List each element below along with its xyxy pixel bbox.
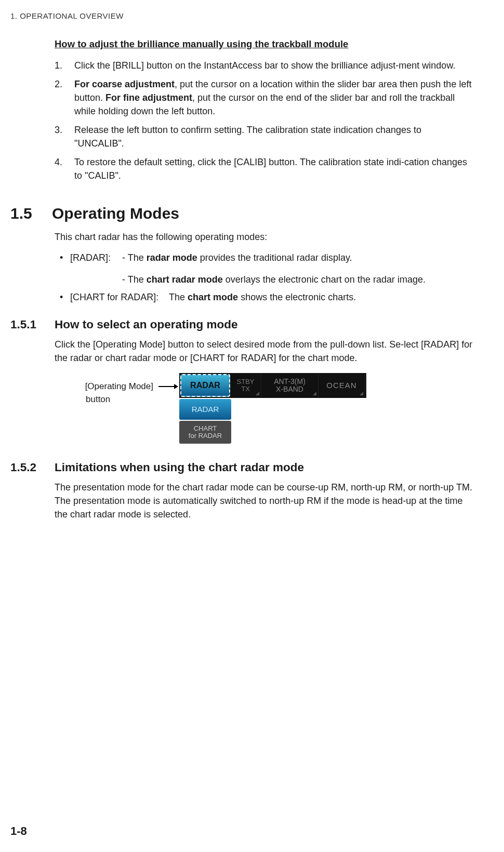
subsection-1-5-1-num: 1.5.1 <box>10 316 55 334</box>
corner-icon <box>360 392 363 395</box>
antenna-l2: X-BAND <box>276 385 303 393</box>
operating-mode-button[interactable]: RADAR <box>180 374 230 397</box>
dd-chart-l1: CHART <box>194 425 217 432</box>
mode-radar-label: [RADAR]: <box>70 251 120 264</box>
figure-caption-l1: [Operating Mode] <box>85 381 153 391</box>
top-bar: RADAR STBY TX ANT-3(M) X-BAND OCEAN <box>179 373 366 398</box>
mode-radar-l2-pre: - The <box>122 274 147 285</box>
step-2-bold-1: For coarse adjustment <box>74 79 175 89</box>
mode-radar-l2-bold: chart radar mode <box>147 274 223 285</box>
page-header: 1. OPERATIONAL OVERVIEW <box>10 10 473 22</box>
mode-list: [RADAR]: - The radar mode provides the t… <box>60 251 473 264</box>
corner-icon <box>256 392 259 395</box>
operating-mode-figure: [Operating Mode] button RADAR STBY TX AN… <box>55 373 473 445</box>
corner-icon <box>313 392 316 395</box>
mode-chart: [CHART for RADAR]: The chart mode shows … <box>60 290 473 304</box>
step-3: Release the left button to confirm setti… <box>55 123 473 150</box>
antenna-l1: ANT-3(M) <box>274 378 306 385</box>
tx-label: TX <box>241 385 250 393</box>
section-number: 1.5 <box>10 202 52 225</box>
dd-chart-l2: for RADAR <box>189 432 222 440</box>
instruction-list: Click the [BRILL] button on the InstantA… <box>55 59 473 183</box>
mode-radar-l1-post: provides the traditional radar display. <box>197 252 352 263</box>
mode-chart-pre: The <box>169 292 188 302</box>
sub-heading: How to adjust the brilliance manually us… <box>55 37 473 51</box>
dropdown-item-chart[interactable]: CHART for RADAR <box>179 421 231 444</box>
svg-marker-1 <box>174 384 178 389</box>
sub-1-5-1-body: Click the [Operating Mode] button to sel… <box>55 338 473 365</box>
antenna-cell[interactable]: ANT-3(M) X-BAND <box>261 374 319 397</box>
section-title-text: Operating Modes <box>52 205 179 222</box>
mode-chart-bold: chart mode <box>188 292 238 302</box>
step-4: To restore the default setting, click th… <box>55 155 473 182</box>
operating-mode-dropdown: RADAR CHART for RADAR <box>179 399 231 444</box>
stby-label: STBY <box>237 378 255 385</box>
stby-tx-cell[interactable]: STBY TX <box>230 374 261 397</box>
dropdown-item-radar[interactable]: RADAR <box>179 399 231 420</box>
mode-radar-line2: - The chart radar mode overlays the elec… <box>122 273 473 286</box>
mode-radar-l1-pre: - The <box>122 252 147 263</box>
section-intro: This chart radar has the following opera… <box>55 230 473 244</box>
ocean-label: OCEAN <box>326 380 356 391</box>
figure-caption-l2: button <box>86 393 153 406</box>
figure-caption: [Operating Mode] button <box>55 373 158 406</box>
arrow-icon <box>158 373 179 390</box>
subsection-1-5-2-title: 1.5.2Limitations when using the chart ra… <box>10 459 473 476</box>
mode-radar-l1-bold: radar mode <box>147 252 197 263</box>
subsection-1-5-2-num: 1.5.2 <box>10 459 55 476</box>
subsection-1-5-1-text: How to select an operating mode <box>55 318 238 331</box>
step-2: For coarse adjustment, put the cursor on… <box>55 77 473 118</box>
step-1: Click the [BRILL] button on the InstantA… <box>55 59 473 72</box>
subsection-1-5-1-title: 1.5.1How to select an operating mode <box>10 316 473 334</box>
mode-chart-label: [CHART for RADAR]: <box>70 292 158 302</box>
step-2-bold-2: For fine adjustment <box>105 92 192 103</box>
section-1-5-title: 1.5Operating Modes <box>10 202 473 225</box>
mode-chart-post: shows the electronic charts. <box>238 292 356 302</box>
sub-1-5-2-body: The presentation mode for the chart rada… <box>55 481 473 521</box>
ocean-cell[interactable]: OCEAN <box>319 374 365 397</box>
ui-mock: RADAR STBY TX ANT-3(M) X-BAND OCEAN RADA… <box>179 373 366 445</box>
mode-radar-l2-post: overlays the electronic chart on the rad… <box>223 274 426 285</box>
subsection-1-5-2-text: Limitations when using the chart radar m… <box>55 461 304 474</box>
mode-list-2: [CHART for RADAR]: The chart mode shows … <box>60 290 473 304</box>
mode-radar: [RADAR]: - The radar mode provides the t… <box>60 251 473 264</box>
